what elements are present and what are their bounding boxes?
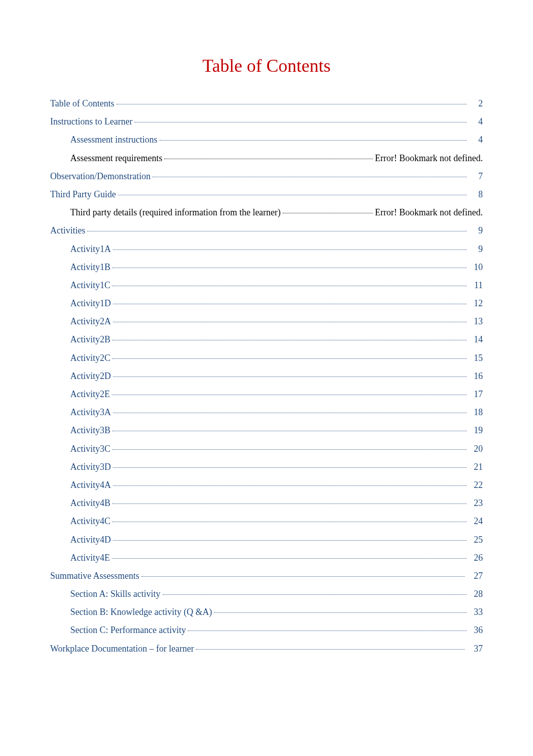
toc-entry[interactable]: Instructions to Learner4	[50, 115, 483, 128]
toc-entry-label: Activity2B	[70, 333, 110, 346]
toc-entry[interactable]: Activity1B10	[50, 261, 483, 274]
toc-leader	[118, 195, 467, 195]
toc-leader	[113, 376, 467, 377]
toc-entry[interactable]: Activity3A18	[50, 406, 483, 419]
toc-entry[interactable]: Section A: Skills activity28	[50, 588, 483, 600]
toc-page-number: 10	[469, 261, 483, 274]
toc-entry[interactable]: Activity2B14	[50, 333, 483, 346]
toc-entry[interactable]: Third Party Guide8	[50, 188, 483, 201]
toc-leader	[112, 431, 467, 431]
toc-entry-label: Activity1B	[70, 261, 110, 274]
toc-leader	[188, 631, 467, 631]
toc-page-number: 7	[469, 170, 483, 183]
toc-entry[interactable]: Assessment instructions4	[50, 134, 483, 146]
toc-leader	[113, 467, 467, 468]
toc-leader	[113, 304, 467, 304]
toc-page-number: 20	[469, 443, 483, 455]
toc-entry-label: Assessment requirements	[70, 152, 162, 165]
toc-entry-label: Observation/Demonstration	[50, 170, 151, 183]
toc-entry[interactable]: Section B: Knowledge activity (Q &A)33	[50, 606, 483, 618]
toc-entry[interactable]: Activity1C11	[50, 279, 483, 292]
toc-entry-label: Activity2D	[70, 370, 111, 383]
toc-entry[interactable]: Activity2C15	[50, 352, 483, 364]
toc-page-number: 37	[467, 643, 483, 655]
toc-entry-label: Instructions to Learner	[50, 115, 132, 128]
toc-page-number: 27	[467, 570, 483, 582]
toc-entry-label: Activity4A	[70, 479, 111, 491]
toc-page-number: 8	[469, 188, 483, 201]
toc-entry[interactable]: Observation/Demonstration7	[50, 170, 483, 183]
toc-page-number: 16	[469, 370, 483, 383]
toc-leader	[112, 449, 467, 450]
toc-entry-label: Section A: Skills activity	[70, 588, 161, 600]
toc-page-number: 4	[469, 115, 483, 128]
toc-page-number: 17	[469, 388, 483, 401]
toc-leader	[113, 540, 467, 541]
toc-entry[interactable]: Activity1A9	[50, 243, 483, 256]
toc-entry-label: Third Party Guide	[50, 188, 116, 201]
toc-leader	[112, 395, 467, 395]
toc-entry-label: Activity1A	[70, 243, 111, 256]
toc-entry[interactable]: Activity2A13	[50, 315, 483, 328]
toc-leader	[113, 485, 467, 486]
toc-entry-label: Activity4E	[70, 552, 110, 564]
toc-leader	[214, 612, 467, 613]
toc-page-number: 9	[469, 224, 483, 237]
toc-entry[interactable]: Activities9	[50, 224, 483, 237]
toc-entry[interactable]: Activity4D25	[50, 534, 483, 546]
toc-entry[interactable]: Activity2D16	[50, 370, 483, 383]
toc-entry[interactable]: Table of Contents2	[50, 97, 483, 110]
toc-entry[interactable]: Activity4A22	[50, 479, 483, 491]
toc-entry: Third party details (required informatio…	[50, 206, 483, 219]
toc-error-text: Error! Bookmark not defined.	[375, 152, 483, 165]
toc-entry[interactable]: Activity4C24	[50, 515, 483, 528]
toc-page-number: 12	[469, 297, 483, 310]
toc-entry-label: Workplace Documentation – for learner	[50, 643, 194, 655]
toc-entry[interactable]: Summative Assessments27	[50, 570, 483, 582]
toc-leader	[142, 576, 465, 577]
toc-entry[interactable]: Activity1D12	[50, 297, 483, 310]
toc-page-number: 11	[469, 279, 483, 292]
toc-page-number: 33	[469, 606, 483, 618]
toc-leader	[113, 249, 467, 250]
toc-entry-label: Table of Contents	[50, 97, 114, 110]
toc-page-number: 14	[469, 333, 483, 346]
toc-entry-label: Activity3C	[70, 443, 110, 455]
toc-leader	[112, 268, 467, 268]
toc-entry-label: Summative Assessments	[50, 570, 140, 582]
toc-entry[interactable]: Activity3B19	[50, 424, 483, 437]
toc-entry-label: Activity3B	[70, 424, 110, 437]
toc-entry-label: Activity1D	[70, 297, 111, 310]
toc-entry-label: Section C: Performance activity	[70, 624, 186, 637]
toc-leader	[112, 558, 467, 559]
toc-page-number: 4	[469, 134, 483, 146]
toc-entry-label: Activity4C	[70, 515, 110, 528]
toc-leader	[283, 213, 373, 213]
toc-entry[interactable]: Activity3C20	[50, 443, 483, 455]
toc-entry-label: Activity2A	[70, 315, 111, 328]
toc-entry-label: Activity2C	[70, 352, 110, 364]
toc-entry[interactable]: Activity3D21	[50, 461, 483, 473]
toc-entry[interactable]: Section C: Performance activity36	[50, 624, 483, 637]
toc-page-number: 25	[469, 534, 483, 546]
toc-leader	[153, 177, 467, 177]
toc-page-number: 15	[469, 352, 483, 364]
toc-entry-label: Section B: Knowledge activity (Q &A)	[70, 606, 212, 618]
toc-leader	[164, 159, 373, 159]
toc-entry: Assessment requirementsError! Bookmark n…	[50, 152, 483, 165]
toc-entry-label: Activity4D	[70, 534, 111, 546]
toc-entry[interactable]: Activity2E17	[50, 388, 483, 401]
toc-page-number: 36	[469, 624, 483, 637]
toc-page-number: 23	[469, 497, 483, 510]
toc-entry[interactable]: Activity4B23	[50, 497, 483, 510]
toc-page-number: 28	[469, 588, 483, 600]
table-of-contents: Table of Contents2Instructions to Learne…	[50, 97, 483, 655]
toc-leader	[112, 286, 467, 286]
toc-entry-label: Activity2E	[70, 388, 110, 401]
toc-leader	[112, 340, 467, 340]
toc-leader	[135, 122, 467, 122]
toc-entry[interactable]: Activity4E26	[50, 552, 483, 564]
toc-entry-label: Activity3D	[70, 461, 111, 473]
toc-entry[interactable]: Workplace Documentation – for learner37	[50, 643, 483, 655]
toc-leader	[113, 322, 467, 322]
